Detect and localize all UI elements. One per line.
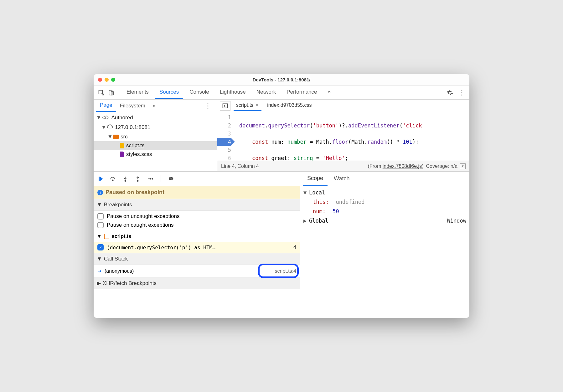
- disclosure-arrow-icon: ▼: [97, 234, 102, 239]
- svg-rect-3: [223, 104, 228, 108]
- scope-global-header[interactable]: ▶ Global Window: [303, 216, 466, 225]
- titlebar: DevTools - 127.0.0.1:8081/: [94, 74, 469, 86]
- line-gutter[interactable]: 1 2 3 4 5 6: [217, 112, 234, 161]
- disclosure-arrow-icon: ▶: [303, 216, 307, 225]
- tree-label: styles.scss: [126, 151, 152, 157]
- tree-authored[interactable]: ▼ </> Authored: [94, 113, 217, 122]
- editor-statusbar: Line 4, Column 4 (From index.7808df6e.js…: [217, 161, 469, 171]
- sidebar-tab-page[interactable]: Page: [96, 100, 116, 112]
- xhr-breakpoints-header[interactable]: ▶ XHR/fetch Breakpoints: [94, 277, 300, 289]
- inspect-element-icon[interactable]: [97, 88, 106, 97]
- sourcemap-from: (From index.7808df6e.js): [368, 163, 424, 169]
- step-into-button[interactable]: [121, 175, 129, 183]
- debugger-pane: i Paused on breakpoint ▼ Breakpoints Pau…: [94, 172, 300, 318]
- var-value: 50: [333, 207, 339, 216]
- breakpoint-code: (document.querySelector('p') as HTM…: [107, 245, 215, 250]
- settings-gear-icon[interactable]: [446, 88, 454, 97]
- tree-file-script[interactable]: script.ts: [94, 141, 217, 150]
- svg-rect-1: [109, 90, 112, 95]
- toolbar-separator: [119, 89, 119, 96]
- resume-button[interactable]: [96, 175, 104, 183]
- control-separator: [161, 175, 161, 182]
- breakpoint-line-num: 4: [293, 245, 296, 250]
- section-title: Call Stack: [104, 256, 128, 262]
- frame-name: (anonymous): [105, 268, 134, 274]
- scope-body: ▼ Local this: undefined num: 50 ▶ Global: [300, 186, 469, 227]
- editor-tab-label: index.d9703d55.css: [267, 102, 312, 108]
- scope-tab-scope[interactable]: Scope: [303, 172, 328, 186]
- current-frame-icon: ➔: [97, 268, 101, 274]
- scope-global-label: Global: [309, 216, 328, 225]
- step-out-button[interactable]: [134, 175, 142, 183]
- pause-uncaught-checkbox[interactable]: [97, 213, 104, 219]
- tab-sources[interactable]: Sources: [155, 86, 183, 99]
- scope-global-value: Window: [447, 216, 466, 225]
- tree-file-styles[interactable]: styles.scss: [94, 150, 217, 159]
- paused-banner: i Paused on breakpoint: [94, 186, 300, 199]
- tab-more[interactable]: »: [323, 86, 335, 99]
- svg-point-6: [137, 180, 138, 181]
- frame-location: script.ts:4: [275, 268, 296, 274]
- code-lines[interactable]: document.querySelector('button')?.addEve…: [234, 112, 469, 161]
- device-toggle-icon[interactable]: [107, 88, 116, 97]
- breakpoints-header[interactable]: ▼ Breakpoints: [94, 199, 300, 211]
- panel-tabs: Elements Sources Console Lighthouse Netw…: [122, 86, 444, 99]
- tab-elements[interactable]: Elements: [122, 86, 153, 99]
- tab-performance[interactable]: Performance: [282, 86, 321, 99]
- disclosure-arrow-icon: ▼: [107, 134, 111, 140]
- callstack-header[interactable]: ▼ Call Stack: [94, 253, 300, 265]
- sidebar-more[interactable]: »: [150, 101, 158, 111]
- tree-host[interactable]: ▼ 127.0.0.1:8081: [94, 122, 217, 132]
- step-button[interactable]: [146, 175, 154, 183]
- disclosure-arrow-icon: ▶: [97, 280, 101, 286]
- dropdown-icon[interactable]: ▾: [460, 163, 466, 169]
- tab-console[interactable]: Console: [185, 86, 213, 99]
- coverage-status: Coverage: n/a: [426, 163, 457, 169]
- file-badge-icon: [104, 234, 109, 239]
- breakpoint-line-row[interactable]: ✓ (document.querySelector('p') as HTM… 4: [94, 242, 300, 253]
- callstack-frame[interactable]: ➔ (anonymous) script.ts:4: [94, 265, 300, 277]
- var-value: undefined: [336, 197, 364, 207]
- breakpoint-file-row[interactable]: ▼ script.ts: [94, 231, 300, 242]
- svg-point-4: [112, 180, 113, 181]
- var-key: num:: [313, 207, 326, 216]
- scope-var-num[interactable]: num: 50: [303, 207, 466, 216]
- close-tab-icon[interactable]: ✕: [255, 103, 259, 108]
- tab-network[interactable]: Network: [252, 86, 280, 99]
- deactivate-breakpoints-button[interactable]: [167, 175, 175, 183]
- tab-lighthouse[interactable]: Lighthouse: [215, 86, 250, 99]
- pause-caught-checkbox[interactable]: [97, 222, 104, 228]
- pause-caught-label: Pause on caught exceptions: [107, 222, 174, 228]
- step-over-button[interactable]: [109, 175, 117, 183]
- window-title: DevTools - 127.0.0.1:8081/: [94, 77, 469, 82]
- section-title: Breakpoints: [104, 202, 132, 208]
- breakpoint-file-name: script.ts: [112, 234, 131, 239]
- sidebar-menu-icon[interactable]: ⋮: [201, 100, 214, 112]
- cloud-icon: [107, 123, 113, 131]
- info-icon: i: [97, 190, 103, 195]
- editor-tab-script[interactable]: script.ts ✕: [234, 101, 261, 111]
- sourcemap-link[interactable]: index.7808df6e.js: [383, 163, 422, 169]
- code-area[interactable]: 1 2 3 4 5 6 document.querySelector('butt…: [217, 112, 469, 161]
- scss-file-icon: [120, 152, 124, 157]
- code-editor: script.ts ✕ index.d9703d55.css 1 2 3 4 5…: [217, 100, 469, 171]
- scope-var-this[interactable]: this: undefined: [303, 197, 466, 207]
- svg-point-5: [125, 180, 126, 181]
- breakpoint-checkbox[interactable]: ✓: [97, 244, 104, 250]
- svg-point-7: [152, 178, 153, 179]
- tree-folder-src[interactable]: ▼ src: [94, 132, 217, 141]
- editor-tab-css[interactable]: index.d9703d55.css: [265, 101, 314, 111]
- sidebar-tab-filesystem[interactable]: Filesystem: [116, 100, 149, 111]
- ts-file-icon: [120, 143, 124, 148]
- disclosure-arrow-icon: ▼: [97, 256, 102, 262]
- scope-local-header[interactable]: ▼ Local: [303, 188, 466, 197]
- kebab-menu-icon[interactable]: ⋮: [457, 88, 466, 97]
- code-brackets-icon: </>: [102, 115, 110, 121]
- editor-nav-icon[interactable]: [220, 101, 230, 111]
- disclosure-arrow-icon: ▼: [101, 124, 105, 131]
- scope-tab-watch[interactable]: Watch: [329, 172, 354, 185]
- var-key: this:: [313, 197, 329, 207]
- scope-local-label: Local: [309, 188, 325, 197]
- disclosure-arrow-icon: ▼: [97, 202, 102, 208]
- section-title: XHR/fetch Breakpoints: [103, 280, 157, 286]
